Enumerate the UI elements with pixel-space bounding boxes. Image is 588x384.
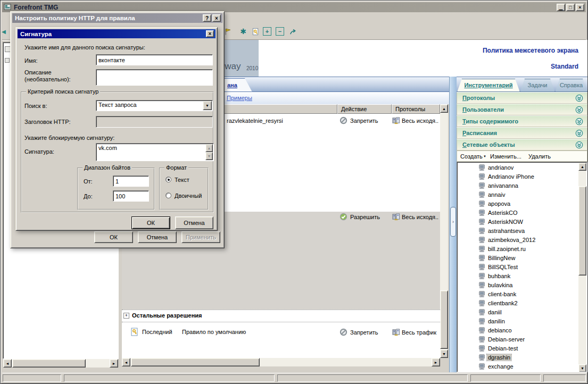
protocols-icon xyxy=(392,213,400,221)
collapse-panel-button[interactable]: › xyxy=(450,207,456,237)
close-button[interactable]: × xyxy=(576,4,584,11)
expand-section-button[interactable]: + xyxy=(123,313,129,319)
list-item[interactable]: daniil xyxy=(457,308,578,317)
column-header-action[interactable]: Действие xyxy=(337,104,392,114)
format-binary-radio[interactable] xyxy=(165,193,171,198)
create-button[interactable]: Создать xyxy=(460,153,483,160)
scroll-left-button[interactable]: ◄ xyxy=(122,358,130,366)
list-item[interactable]: debianco xyxy=(457,326,578,335)
jump-arrow-icon[interactable] xyxy=(288,27,297,36)
list-item[interactable]: astrahantseva xyxy=(457,227,578,236)
list-item[interactable]: danilin xyxy=(457,317,578,326)
list-item[interactable]: buhbank xyxy=(457,272,578,281)
list-item[interactable]: Debian-server xyxy=(457,335,578,344)
scroll-up-button[interactable]: ▲ xyxy=(440,104,448,113)
list-item[interactable]: exchange xyxy=(457,362,578,371)
back-icon[interactable]: ◄ xyxy=(0,27,9,36)
tab-tasks[interactable]: Задачи xyxy=(520,79,555,92)
selected-option: Текст запроса xyxy=(98,102,137,108)
signature-textarea[interactable]: vk.com ▲ ▼ xyxy=(96,143,214,161)
list-item[interactable]: andrianov xyxy=(457,163,578,172)
list-item[interactable]: azimbekova_2012 xyxy=(457,236,578,245)
list-item[interactable]: BillingNew xyxy=(457,254,578,263)
cancel-button[interactable]: Отмена xyxy=(138,231,177,243)
list-item[interactable]: BillSQLTest xyxy=(457,263,578,272)
list-item[interactable]: annaiv xyxy=(457,190,578,199)
cancel-button[interactable]: Отмена xyxy=(175,216,213,229)
scrollbar-thumb[interactable] xyxy=(131,358,260,366)
ok-button[interactable]: ОК xyxy=(131,216,170,229)
apply-button[interactable]: Применить xyxy=(181,231,220,243)
format-text-radio[interactable] xyxy=(165,177,171,182)
computer-icon xyxy=(478,236,486,244)
status-pane xyxy=(3,374,61,382)
scroll-down-button[interactable]: ▼ xyxy=(440,349,448,358)
status-pane xyxy=(277,374,468,382)
close-button[interactable]: × xyxy=(212,14,221,22)
chevron-down-icon[interactable] xyxy=(575,129,583,137)
dialog-titlebar[interactable]: Настроить политику HTTP для правила ? × xyxy=(12,13,222,23)
help-button[interactable]: ? xyxy=(203,14,211,22)
textarea-scrollbar[interactable]: ▲ ▼ xyxy=(205,144,213,160)
scrollbar-thumb[interactable] xyxy=(578,186,586,276)
rules-vertical-scrollbar[interactable]: ▲ ▼ xyxy=(440,104,448,358)
from-input[interactable] xyxy=(113,176,149,187)
scroll-right-button[interactable]: ► xyxy=(110,359,118,368)
name-input[interactable] xyxy=(96,54,213,65)
column-header-protocols[interactable]: Протоколы xyxy=(392,104,440,114)
scroll-right-button[interactable]: ► xyxy=(432,358,440,366)
scrollbar-thumb[interactable] xyxy=(440,290,448,349)
chevron-down-icon[interactable] xyxy=(575,106,583,114)
key-page-icon[interactable] xyxy=(251,27,260,36)
table-row[interactable]: Последний Правило по умолчанию Запретить… xyxy=(122,327,440,338)
dropdown-icon[interactable]: ▼ xyxy=(203,101,212,110)
toolbox-section-header[interactable]: Сетевые объекты xyxy=(457,139,587,151)
list-item[interactable]: bulavkina xyxy=(457,281,578,290)
scrollbar-thumb[interactable] xyxy=(12,359,86,368)
examples-link[interactable]: Примеры xyxy=(227,95,252,101)
panel-splitter[interactable]: › xyxy=(449,77,457,372)
toolbox-section-header[interactable]: Пользователи xyxy=(457,104,587,115)
chevron-down-icon[interactable] xyxy=(575,94,583,102)
maximize-button[interactable]: □ xyxy=(566,4,575,11)
scroll-down-button[interactable]: ▼ xyxy=(205,152,213,160)
delete-button[interactable]: Удалить xyxy=(528,153,551,160)
edit-button[interactable]: Изменить... xyxy=(490,153,521,160)
list-item[interactable]: AsteriskNOW xyxy=(457,218,578,227)
description-input[interactable] xyxy=(96,69,213,86)
policy-star-icon[interactable]: ✱ xyxy=(238,27,248,36)
expand-all-button[interactable]: + xyxy=(262,27,272,36)
toolbox-section-header[interactable]: Типы содержимого xyxy=(457,115,587,127)
to-input[interactable] xyxy=(113,190,149,202)
computer-icon xyxy=(478,218,486,226)
dialog-titlebar[interactable]: Сигнатура × xyxy=(18,29,216,38)
toolbox-section-header[interactable]: Протоколы xyxy=(457,92,587,104)
scroll-up-button[interactable]: ▲ xyxy=(205,144,213,152)
ok-button[interactable]: ОК xyxy=(94,231,133,243)
list-item[interactable]: Debian-test xyxy=(457,344,578,353)
tree-horizontal-scrollbar[interactable]: ◄ ► xyxy=(3,359,118,368)
search-in-select[interactable]: Текст запроса ▼ xyxy=(96,100,213,111)
toolbox-section-header[interactable]: Расписания xyxy=(457,127,587,139)
scroll-left-button[interactable]: ◄ xyxy=(3,359,12,368)
rules-horizontal-scrollbar[interactable]: ◄ ► xyxy=(122,358,440,366)
tab-help[interactable]: Справка xyxy=(555,79,587,92)
list-item[interactable]: Andrianov iPhone xyxy=(457,172,578,181)
close-button[interactable]: × xyxy=(206,30,214,37)
objects-vertical-scrollbar[interactable]: ▲ ▼ xyxy=(578,163,586,372)
list-item[interactable]: bill.zaoipnet.ru xyxy=(457,245,578,254)
list-item[interactable]: apopova xyxy=(457,199,578,208)
collapse-all-button[interactable]: − xyxy=(275,27,285,36)
list-item[interactable]: dgrashin xyxy=(457,353,578,362)
scroll-up-button[interactable]: ▲ xyxy=(578,163,586,171)
list-item[interactable]: client-bank xyxy=(457,290,578,299)
minimize-button[interactable]: ▁ xyxy=(557,4,565,11)
list-item[interactable]: AsteriskCO xyxy=(457,208,578,218)
create-dropdown-icon[interactable]: ▼ xyxy=(483,155,486,158)
scroll-down-button[interactable]: ▼ xyxy=(578,364,586,372)
chevron-down-icon[interactable] xyxy=(575,118,583,126)
chevron-down-icon[interactable] xyxy=(575,141,583,149)
list-item[interactable]: anivananna xyxy=(457,181,578,190)
tab-toolbox[interactable]: Инструментарий xyxy=(457,79,520,92)
list-item[interactable]: clientbank2 xyxy=(457,299,578,308)
